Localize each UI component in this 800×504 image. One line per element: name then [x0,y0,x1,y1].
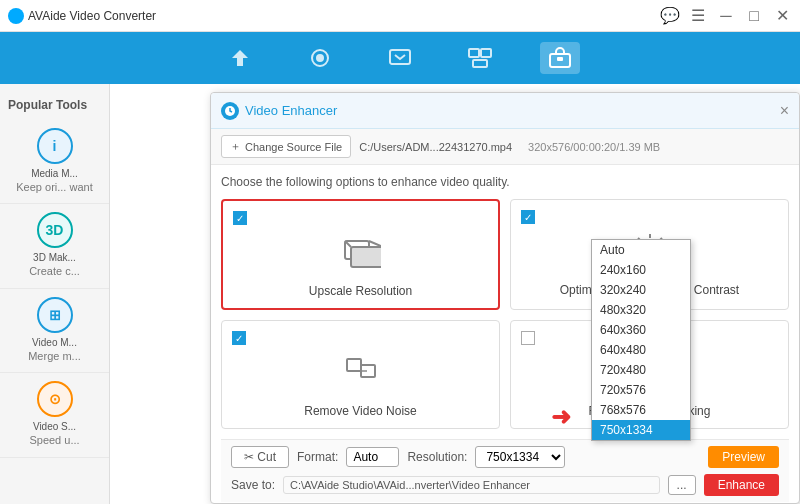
upscale-header: ✓ [233,211,488,225]
video-enhancer-dialog: Video Enhancer × ＋ Change Source File C:… [210,92,800,504]
minimize-icon[interactable]: ─ [716,6,736,26]
svg-rect-2 [390,50,410,64]
resolution-container: 750x1334 Auto 240x160 320x240 [475,446,565,468]
nav-compress[interactable] [300,42,340,74]
window-controls: 💬 ☰ ─ □ ✕ [660,6,792,26]
main-layout: Popular Tools i Media M... Keep ori... w… [0,84,800,504]
dialog-close-button[interactable]: × [780,102,789,120]
close-icon[interactable]: ✕ [772,6,792,26]
svg-rect-5 [473,60,487,67]
sidebar-title: Popular Tools [0,94,109,120]
logo-icon [8,8,24,24]
cut-icon: ✂ [244,450,254,464]
plus-icon: ＋ [230,139,241,154]
dropdown-option-750x1334[interactable]: 750x1334 [592,420,690,440]
dropdown-option-480x320[interactable]: 480x320 [592,300,690,320]
media-metadata-icon: i [37,128,73,164]
dropdown-option-auto[interactable]: Auto [592,240,690,260]
upscale-checkbox[interactable]: ✓ [233,211,247,225]
dropdown-option-720x576[interactable]: 720x576 [592,380,690,400]
resolution-dropdown: Auto 240x160 320x240 480x320 640x360 640… [591,239,691,441]
dialog-title-bar: Video Enhancer × [211,93,799,129]
sidebar-item-video-speed[interactable]: ⊙ Video S... Speed u... [0,373,109,457]
save-path: C:\AVAide Studio\AVAid...nverter\Video E… [283,476,660,494]
app-title: AVAide Video Converter [28,9,156,23]
3d-maker-icon: 3D [37,212,73,248]
change-source-button[interactable]: ＋ Change Source File [221,135,351,158]
noise-icon [341,351,381,398]
dropdown-option-640x480[interactable]: 640x480 [592,340,690,360]
maximize-icon[interactable]: □ [744,6,764,26]
sidebar-item-label-speed: Video S... [33,421,76,433]
dropdown-option-640x360[interactable]: 640x360 [592,320,690,340]
sidebar-item-desc-3d: Create c... [29,264,80,279]
dropdown-option-768x576[interactable]: 768x576 [592,400,690,420]
save-label: Save to: [231,478,275,492]
source-file-path: C:/Users/ADM...22431270.mp4 [359,141,512,153]
shaking-checkbox[interactable] [521,331,535,345]
dialog-hint: Choose the following options to enhance … [221,175,789,189]
svg-rect-4 [481,49,491,57]
dialog-title: Video Enhancer [221,102,337,120]
sidebar-item-label-media: Media M... [31,168,78,180]
save-row: Save to: C:\AVAide Studio\AVAid...nverte… [231,474,779,496]
enhance-button[interactable]: Enhance [704,474,779,496]
svg-rect-3 [469,49,479,57]
video-merge-icon: ⊞ [37,297,73,333]
sidebar-item-label-3d: 3D Mak... [33,252,76,264]
nav-bar [0,32,800,84]
option-noise[interactable]: ✓ Remove Video Noise [221,320,500,429]
noise-header: ✓ [232,331,489,345]
sidebar-item-desc-speed: Speed u... [29,433,79,448]
arrow-indicator: ➜ [551,403,571,431]
menu-icon[interactable]: ☰ [688,6,708,26]
content-area: Video Enhancer × ＋ Change Source File C:… [110,84,800,504]
options-grid: ✓ Upscale Resolution [221,199,789,429]
video-speed-icon: ⊙ [37,381,73,417]
dropdown-option-320x240[interactable]: 320x240 [592,280,690,300]
sidebar: Popular Tools i Media M... Keep ori... w… [0,84,110,504]
svg-rect-22 [347,359,361,371]
noise-checkbox[interactable]: ✓ [232,331,246,345]
app-logo: AVAide Video Converter [8,8,156,24]
option-upscale-resolution[interactable]: ✓ Upscale Resolution [221,199,500,310]
bottom-bar: ✂ Cut Format: Auto MP4 AVI Resolution: [221,439,789,502]
sidebar-item-3d-maker[interactable]: 3D 3D Mak... Create c... [0,204,109,288]
nav-merge[interactable] [460,42,500,74]
resolution-label: Resolution: [407,450,467,464]
source-file-info: 320x576/00:00:20/1.39 MB [528,141,660,153]
format-select[interactable]: Auto MP4 AVI [346,447,399,467]
format-label: Format: [297,450,338,464]
svg-rect-7 [557,57,563,61]
svg-point-1 [316,54,324,62]
upscale-label: Upscale Resolution [309,284,412,298]
source-bar: ＋ Change Source File C:/Users/ADM...2243… [211,129,799,165]
nav-convert[interactable] [220,42,260,74]
nav-toolbox[interactable] [540,42,580,74]
dropdown-option-720x480[interactable]: 720x480 [592,360,690,380]
sidebar-item-desc-media: Keep ori... want [16,180,92,195]
sidebar-item-media-metadata[interactable]: i Media M... Keep ori... want [0,120,109,204]
resolution-select[interactable]: 750x1334 Auto 240x160 320x240 [475,446,565,468]
sidebar-item-video-merge[interactable]: ⊞ Video M... Merge m... [0,289,109,373]
sidebar-item-desc-merge: Merge m... [28,349,81,364]
preview-button[interactable]: Preview [708,446,779,468]
browse-button[interactable]: ... [668,475,696,495]
brightness-header: ✓ [521,210,778,224]
title-bar: AVAide Video Converter 💬 ☰ ─ □ ✕ [0,0,800,32]
controls-row: ✂ Cut Format: Auto MP4 AVI Resolution: [231,446,779,468]
cut-button[interactable]: ✂ Cut [231,446,289,468]
sidebar-item-label-merge: Video M... [32,337,77,349]
dialog-content: Choose the following options to enhance … [211,165,799,503]
noise-label: Remove Video Noise [304,404,417,418]
dialog-title-icon [221,102,239,120]
brightness-checkbox[interactable]: ✓ [521,210,535,224]
upscale-icon [341,231,381,278]
svg-rect-10 [351,247,381,267]
dropdown-option-240x160[interactable]: 240x160 [592,260,690,280]
nav-edit[interactable] [380,42,420,74]
chat-icon[interactable]: 💬 [660,6,680,26]
